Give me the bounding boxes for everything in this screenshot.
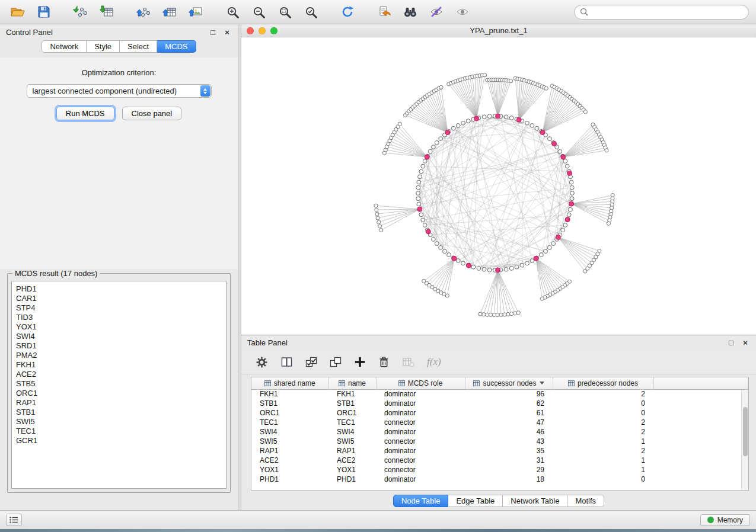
mcds-result-item[interactable]: ORC1	[12, 389, 226, 398]
table-cell[interactable]: YOX1	[328, 465, 376, 475]
import-table-button[interactable]	[96, 2, 117, 21]
mcds-result-item[interactable]: CAR1	[12, 294, 226, 303]
delete-column-button[interactable]	[378, 356, 390, 368]
optimization-select[interactable]: largest connected component (undirected)	[27, 84, 212, 98]
deselect-all-rows-button[interactable]	[330, 357, 342, 367]
share-document-button[interactable]	[374, 2, 395, 21]
table-row[interactable]: ACE2ACE2connector311	[251, 456, 748, 465]
table-row[interactable]: STB1STB1dominator620	[251, 399, 748, 408]
column-header[interactable]: name	[328, 377, 376, 389]
table-cell[interactable]: SWI4	[328, 427, 376, 437]
table-cell[interactable]: dominator	[376, 427, 465, 437]
mcds-result-item[interactable]: SRD1	[12, 341, 226, 351]
table-cell[interactable]: TEC1	[251, 418, 328, 427]
open-session-button[interactable]	[7, 2, 28, 21]
column-header[interactable]: MCDS role	[376, 377, 465, 389]
table-cell[interactable]: RAP1	[251, 446, 328, 456]
mcds-result-item[interactable]: ACE2	[12, 370, 226, 379]
tab-mcds[interactable]: MCDS	[157, 40, 196, 53]
table-cell[interactable]: RAP1	[328, 446, 376, 456]
tab-node-table[interactable]: Node Table	[393, 495, 449, 507]
table-cell[interactable]: connector	[376, 465, 465, 475]
table-row[interactable]: PHD1PHD1dominator180	[251, 475, 748, 484]
tab-style[interactable]: Style	[87, 40, 120, 53]
table-cell[interactable]: 1	[553, 465, 653, 475]
column-header[interactable]: successor nodes	[465, 377, 553, 389]
table-cell[interactable]: dominator	[376, 475, 465, 484]
split-table-view-button[interactable]	[280, 356, 293, 368]
table-row[interactable]: SWI5SWI5connector431	[251, 437, 748, 446]
close-window-icon[interactable]	[247, 27, 254, 34]
table-cell[interactable]: SWI5	[251, 437, 328, 446]
table-cell[interactable]: 0	[553, 399, 653, 408]
table-cell[interactable]: 1	[553, 437, 653, 446]
table-cell[interactable]: SWI5	[328, 437, 376, 446]
search-network-button[interactable]	[400, 2, 421, 21]
table-cell[interactable]: dominator	[376, 399, 465, 408]
table-cell[interactable]: ORC1	[251, 408, 328, 418]
table-cell[interactable]: ACE2	[328, 456, 376, 465]
mcds-result-item[interactable]: RAP1	[12, 398, 226, 408]
table-row[interactable]: RAP1RAP1dominator352	[251, 446, 748, 456]
table-cell[interactable]: 47	[465, 418, 553, 427]
mcds-result-item[interactable]: TEC1	[12, 427, 226, 436]
mcds-result-item[interactable]: GCR1	[12, 436, 226, 446]
table-cell[interactable]: 96	[465, 389, 553, 399]
table-row[interactable]: FKH1FKH1dominator962	[251, 389, 748, 399]
table-row[interactable]: YOX1YOX1connector291	[251, 465, 748, 475]
table-cell[interactable]: 29	[465, 465, 553, 475]
table-cell[interactable]: 35	[465, 446, 553, 456]
table-cell[interactable]: STB1	[328, 399, 376, 408]
table-cell[interactable]: 46	[465, 427, 553, 437]
mcds-result-list[interactable]: PHD1CAR1STP4TID3YOX1SWI4SRD1PMA2FKH1ACE2…	[11, 281, 227, 489]
close-table-panel-icon[interactable]: ×	[741, 338, 750, 347]
mcds-result-item[interactable]: TID3	[12, 313, 226, 322]
show-results-button[interactable]	[452, 2, 473, 21]
close-panel-button[interactable]: Close panel	[122, 107, 182, 120]
table-cell[interactable]: dominator	[376, 446, 465, 456]
table-cell[interactable]: ACE2	[251, 456, 328, 465]
table-cell[interactable]: FKH1	[251, 389, 328, 399]
float-panel-icon[interactable]: □	[208, 28, 218, 37]
table-cell[interactable]: connector	[376, 456, 465, 465]
search-input[interactable]	[592, 8, 743, 17]
mcds-result-item[interactable]: FKH1	[12, 360, 226, 370]
scrollbar-thumb[interactable]	[743, 407, 748, 456]
table-cell[interactable]: 1	[553, 456, 653, 465]
table-cell[interactable]: 2	[553, 418, 653, 427]
zoom-fit-button[interactable]	[274, 2, 295, 21]
table-cell[interactable]: 0	[553, 408, 653, 418]
table-cell[interactable]: 61	[465, 408, 553, 418]
tab-edge-table[interactable]: Edge Table	[448, 495, 503, 507]
zoom-out-button[interactable]	[248, 2, 269, 21]
table-cell[interactable]: 2	[553, 389, 653, 399]
mcds-result-item[interactable]: SWI4	[12, 332, 226, 341]
mcds-result-item[interactable]: PMA2	[12, 351, 226, 360]
tab-select[interactable]: Select	[120, 40, 157, 53]
mcds-result-item[interactable]: SWI5	[12, 417, 226, 427]
table-cell[interactable]: 2	[553, 427, 653, 437]
show-panels-button[interactable]	[6, 514, 22, 526]
mcds-result-item[interactable]: STP4	[12, 303, 226, 313]
table-cell[interactable]: dominator	[376, 408, 465, 418]
table-cell[interactable]: PHD1	[328, 475, 376, 484]
mcds-result-item[interactable]: STB1	[12, 408, 226, 417]
table-cell[interactable]: dominator	[376, 389, 465, 399]
table-cell[interactable]: 43	[465, 437, 553, 446]
column-header[interactable]: predecessor nodes	[553, 377, 653, 389]
hide-results-button[interactable]	[426, 2, 447, 21]
run-mcds-button[interactable]: Run MCDS	[56, 107, 114, 120]
table-cell[interactable]: PHD1	[251, 475, 328, 484]
table-scrollbar[interactable]	[741, 390, 748, 490]
network-canvas[interactable]	[241, 37, 756, 335]
refresh-button[interactable]	[337, 2, 358, 21]
import-network-button[interactable]	[70, 2, 91, 21]
table-cell[interactable]: 0	[553, 475, 653, 484]
zoom-in-button[interactable]	[222, 2, 243, 21]
maximize-window-icon[interactable]	[270, 27, 277, 34]
table-cell[interactable]: connector	[376, 437, 465, 446]
table-row[interactable]: TEC1TEC1connector472	[251, 418, 748, 427]
table-cell[interactable]: FKH1	[328, 389, 376, 399]
float-table-panel-icon[interactable]: □	[726, 338, 736, 347]
zoom-selected-button[interactable]	[300, 2, 321, 21]
